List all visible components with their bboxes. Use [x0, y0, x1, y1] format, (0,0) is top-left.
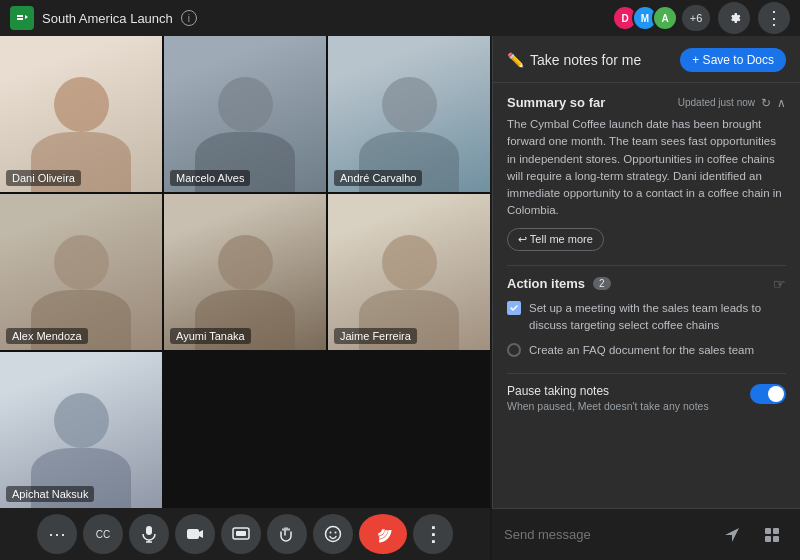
- notes-content: Summary so far Updated just now ↻ ∧ The …: [493, 83, 800, 560]
- notes-title: ✏️ Take notes for me: [507, 52, 641, 68]
- camera-btn[interactable]: [175, 514, 215, 554]
- action-checkbox-1[interactable]: [507, 301, 521, 315]
- grid-btn[interactable]: [756, 519, 788, 551]
- notes-title-text: Take notes for me: [530, 52, 641, 68]
- video-cell-dani: Dani Oliveira: [0, 36, 162, 192]
- tell-more-btn[interactable]: ↩ Tell me more: [507, 228, 604, 251]
- bottom-control-bar: ⋯ CC ⋮: [0, 508, 490, 560]
- video-cell-alex: Alex Mendoza: [0, 194, 162, 350]
- pause-section: Pause taking notes When paused, Meet doe…: [507, 384, 786, 412]
- pencil-icon: ✏️: [507, 52, 524, 68]
- action-items-heading: Action items: [507, 276, 585, 291]
- video-cell-empty: [164, 352, 326, 508]
- microphone-btn[interactable]: [129, 514, 169, 554]
- present-btn[interactable]: [221, 514, 261, 554]
- top-bar-right: D M A +6 ⋮: [612, 2, 790, 34]
- video-cell-marcelo: Marcelo Alves: [164, 36, 326, 192]
- svg-rect-11: [773, 536, 779, 542]
- action-checkbox-2[interactable]: [507, 343, 521, 357]
- emoji-btn[interactable]: [313, 514, 353, 554]
- pause-info: Pause taking notes When paused, Meet doe…: [507, 384, 709, 412]
- captions-btn[interactable]: CC: [83, 514, 123, 554]
- action-title-group: Action items 2: [507, 276, 611, 291]
- top-bar-left: South America Launch i: [10, 6, 612, 30]
- participant-avatars: D M A +6: [612, 5, 710, 31]
- top-bar: South America Launch i D M A +6 ⋮: [0, 0, 800, 36]
- divider-1: [507, 265, 786, 266]
- message-bar: [492, 508, 800, 560]
- updated-text: Updated just now: [678, 97, 755, 108]
- hand-raise-btn[interactable]: [267, 514, 307, 554]
- participant-name-andre: André Carvalho: [334, 170, 422, 186]
- svg-rect-10: [765, 536, 771, 542]
- avatar-3: A: [652, 5, 678, 31]
- pause-title: Pause taking notes: [507, 384, 709, 398]
- svg-point-6: [330, 532, 332, 534]
- info-icon[interactable]: i: [181, 10, 197, 26]
- video-cell-ayumi: Ayumi Tanaka: [164, 194, 326, 350]
- action-item-2-text: Create an FAQ document for the sales tea…: [529, 342, 754, 359]
- more-options-btn[interactable]: ⋯: [37, 514, 77, 554]
- participant-name-marcelo: Marcelo Alves: [170, 170, 250, 186]
- summary-meta: Updated just now ↻ ∧: [678, 96, 786, 110]
- video-cell-andre: André Carvalho: [328, 36, 490, 192]
- avatar-count[interactable]: +6: [682, 5, 710, 31]
- svg-point-7: [335, 532, 337, 534]
- hand-icon[interactable]: ☞: [773, 276, 786, 292]
- action-item-2: Create an FAQ document for the sales tea…: [507, 342, 786, 359]
- participant-name-ayumi: Ayumi Tanaka: [170, 328, 251, 344]
- save-docs-btn[interactable]: + Save to Docs: [680, 48, 786, 72]
- pause-subtitle: When paused, Meet doesn't take any notes: [507, 400, 709, 412]
- action-items-section: Action items 2 ☞ Set up a meeting with t…: [507, 276, 786, 360]
- more-btn[interactable]: ⋮: [413, 514, 453, 554]
- summary-text: The Cymbal Coffee launch date has been b…: [507, 116, 786, 220]
- toggle-thumb: [768, 386, 784, 402]
- summary-heading: Summary so far: [507, 95, 605, 110]
- participant-name-apichat: Apichat Naksuk: [6, 486, 94, 502]
- meeting-title: South America Launch: [42, 11, 173, 26]
- refresh-icon[interactable]: ↻: [761, 96, 771, 110]
- end-call-btn[interactable]: [359, 514, 407, 554]
- divider-2: [507, 373, 786, 374]
- collapse-icon[interactable]: ∧: [777, 96, 786, 110]
- action-item-1: Set up a meeting with the sales team lea…: [507, 300, 786, 335]
- pause-toggle[interactable]: [750, 384, 786, 404]
- svg-rect-1: [146, 526, 152, 535]
- svg-rect-9: [773, 528, 779, 534]
- participant-name-dani: Dani Oliveira: [6, 170, 81, 186]
- action-count-badge: 2: [593, 277, 611, 290]
- action-item-1-text: Set up a meeting with the sales team lea…: [529, 300, 786, 335]
- notes-header: ✏️ Take notes for me + Save to Docs: [493, 36, 800, 83]
- message-input[interactable]: [504, 527, 708, 542]
- summary-header: Summary so far Updated just now ↻ ∧: [507, 95, 786, 110]
- meet-logo: [10, 6, 34, 30]
- video-cell-apichat: Apichat Naksuk: [0, 352, 162, 508]
- summary-section: Summary so far Updated just now ↻ ∧ The …: [507, 95, 786, 251]
- action-items-header: Action items 2 ☞: [507, 276, 786, 292]
- svg-rect-4: [236, 531, 246, 536]
- top-more-btn[interactable]: ⋮: [758, 2, 790, 34]
- participant-name-alex: Alex Mendoza: [6, 328, 88, 344]
- svg-rect-8: [765, 528, 771, 534]
- top-settings-btn[interactable]: [718, 2, 750, 34]
- svg-rect-2: [187, 529, 199, 539]
- send-btn[interactable]: [716, 519, 748, 551]
- participant-name-jaime: Jaime Ferreira: [334, 328, 417, 344]
- notes-panel: ✏️ Take notes for me + Save to Docs Summ…: [492, 36, 800, 560]
- video-grid: Dani Oliveira Marcelo Alves André Carval…: [0, 36, 490, 508]
- video-cell-jaime: Jaime Ferreira: [328, 194, 490, 350]
